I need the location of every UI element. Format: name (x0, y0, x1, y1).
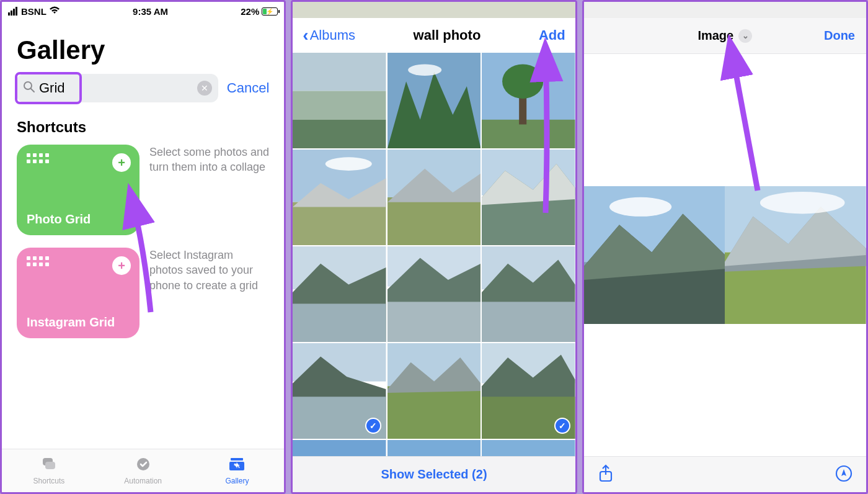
cancel-button[interactable]: Cancel (227, 80, 269, 96)
done-button[interactable]: Done (824, 29, 855, 43)
photo-thumbnail[interactable] (388, 53, 480, 148)
preview-nav: Image ⌄ Done (584, 18, 866, 54)
search-icon (23, 81, 35, 96)
album-title: wall photo (414, 27, 481, 43)
selection-check-icon: ✓ (365, 418, 381, 434)
sheet-backdrop (584, 2, 866, 18)
shortcut-card-photo-grid[interactable]: + Photo Grid (17, 145, 140, 235)
photo-grid: ✓✓ (293, 53, 575, 456)
add-button[interactable]: Add (539, 27, 565, 43)
phone-photo-picker: ‹ Albums wall photo Add ✓✓ Show Selected… (291, 0, 577, 494)
photo-thumbnail[interactable] (293, 440, 386, 456)
photo-thumbnail[interactable]: ✓ (482, 343, 575, 439)
tab-label: Automation (124, 477, 162, 485)
svg-point-12 (408, 64, 441, 75)
photo-thumbnail[interactable] (293, 150, 386, 245)
add-shortcut-icon[interactable]: + (112, 153, 131, 172)
svg-rect-48 (388, 440, 480, 456)
photo-thumbnail[interactable] (388, 440, 480, 456)
tab-shortcuts[interactable]: Shortcuts (2, 449, 96, 492)
show-selected-label: Show Selected (2) (381, 467, 487, 482)
preview-toolbar (584, 456, 866, 492)
svg-rect-9 (293, 120, 386, 148)
photo-thumbnail[interactable] (482, 440, 575, 456)
photo-thumbnail[interactable] (293, 246, 386, 342)
svg-rect-14 (482, 120, 575, 148)
svg-rect-45 (293, 440, 386, 456)
gallery-icon: ✦ (228, 457, 246, 475)
svg-line-1 (31, 89, 34, 92)
tab-gallery[interactable]: ✦ Gallery (190, 449, 285, 492)
section-heading: Shortcuts (17, 119, 269, 136)
chevron-down-icon: ⌄ (738, 29, 752, 43)
picker-nav: ‹ Albums wall photo Add (293, 18, 575, 53)
sheet-backdrop (293, 2, 575, 18)
page-title: Gallery (17, 35, 269, 65)
clear-search-icon[interactable]: ✕ (197, 81, 212, 96)
preview-title: Image (698, 29, 733, 43)
svg-rect-29 (293, 303, 386, 342)
svg-rect-18 (293, 202, 386, 245)
phone-image-preview: Image ⌄ Done (582, 0, 868, 494)
tab-label: Shortcuts (33, 477, 65, 485)
chevron-left-icon: ‹ (303, 27, 308, 44)
wifi-icon (49, 6, 60, 17)
svg-rect-51 (482, 440, 575, 456)
shortcuts-icon (40, 457, 58, 475)
shortcut-card-instagram-grid[interactable]: + Instagram Grid (17, 248, 140, 338)
markup-icon[interactable] (835, 465, 852, 485)
search-input[interactable] (39, 80, 76, 96)
svg-point-2 (137, 458, 149, 470)
preview-body (584, 54, 866, 456)
photo-thumbnail[interactable] (293, 53, 386, 148)
tab-bar: Shortcuts Automation ✦ Gallery (2, 449, 284, 492)
phone-gallery-search: BSNL 9:35 AM 22% ⚡ Gallery ✕ Cancel (0, 0, 286, 494)
clock: 9:35 AM (133, 6, 168, 17)
svg-rect-3 (231, 458, 243, 460)
svg-point-0 (24, 82, 32, 89)
signal-icon (8, 7, 17, 16)
title-dropdown[interactable]: Image ⌄ (698, 29, 752, 43)
card-title: Photo Grid (27, 212, 130, 227)
svg-rect-40 (388, 386, 480, 439)
show-selected-button[interactable]: Show Selected (2) (293, 456, 575, 492)
battery-percent: 22% (241, 6, 259, 17)
card-description: Select some photos and turn them into a … (149, 145, 269, 235)
collage-result (584, 186, 866, 324)
battery-icon: ⚡ (262, 7, 278, 16)
svg-point-20 (326, 157, 372, 171)
photo-thumbnail[interactable] (388, 246, 480, 342)
svg-rect-35 (482, 302, 575, 342)
svg-point-58 (609, 197, 671, 217)
card-title: Instagram Grid (27, 315, 130, 330)
add-shortcut-icon[interactable]: + (112, 256, 131, 275)
tab-automation[interactable]: Automation (96, 449, 190, 492)
photo-thumbnail[interactable]: ✓ (293, 343, 386, 439)
svg-point-16 (502, 64, 543, 98)
svg-text:✦: ✦ (234, 461, 240, 470)
tab-label: Gallery (225, 477, 249, 485)
svg-rect-7 (293, 53, 386, 91)
status-bar: BSNL 9:35 AM 22% ⚡ (2, 2, 284, 18)
svg-point-63 (760, 192, 845, 214)
svg-rect-32 (388, 302, 480, 342)
automation-icon (135, 457, 152, 475)
search-field[interactable]: ✕ (17, 74, 218, 102)
back-button[interactable]: ‹ Albums (303, 27, 355, 44)
card-description: Select Instagram photos saved to your ph… (149, 248, 269, 338)
photo-thumbnail[interactable] (388, 150, 480, 245)
svg-rect-8 (293, 91, 386, 120)
photo-thumbnail[interactable] (482, 246, 575, 342)
back-label: Albums (310, 27, 355, 43)
photo-thumbnail[interactable] (388, 343, 480, 439)
photo-thumbnail[interactable] (482, 53, 575, 148)
carrier-label: BSNL (21, 6, 46, 17)
selection-check-icon: ✓ (554, 418, 570, 434)
share-icon[interactable] (598, 464, 614, 485)
photo-thumbnail[interactable] (482, 150, 575, 245)
svg-rect-22 (388, 197, 480, 245)
